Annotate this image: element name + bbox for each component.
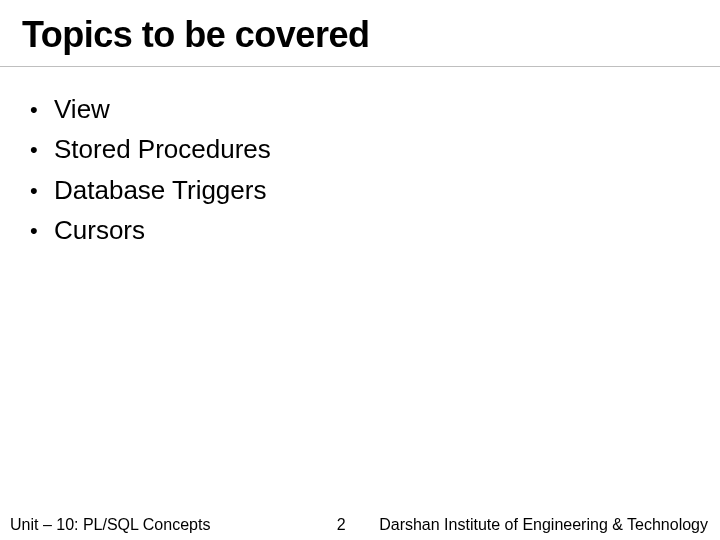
list-item-label: View (54, 94, 110, 124)
list-item: View (30, 89, 698, 129)
list-item: Stored Procedures (30, 129, 698, 169)
list-item-label: Stored Procedures (54, 134, 271, 164)
list-item: Cursors (30, 210, 698, 250)
slide-content: View Stored Procedures Database Triggers… (0, 67, 720, 540)
list-item-label: Cursors (54, 215, 145, 245)
footer-page-number: 2 (321, 516, 361, 534)
list-item: Database Triggers (30, 170, 698, 210)
footer-unit: Unit – 10: PL/SQL Concepts (10, 516, 210, 534)
slide-footer: Unit – 10: PL/SQL Concepts 2 Darshan Ins… (0, 510, 720, 540)
bullet-list: View Stored Procedures Database Triggers… (30, 89, 698, 250)
slide-title: Topics to be covered (0, 0, 720, 67)
list-item-label: Database Triggers (54, 175, 266, 205)
slide: Topics to be covered View Stored Procedu… (0, 0, 720, 540)
footer-institute: Darshan Institute of Engineering & Techn… (379, 516, 708, 534)
